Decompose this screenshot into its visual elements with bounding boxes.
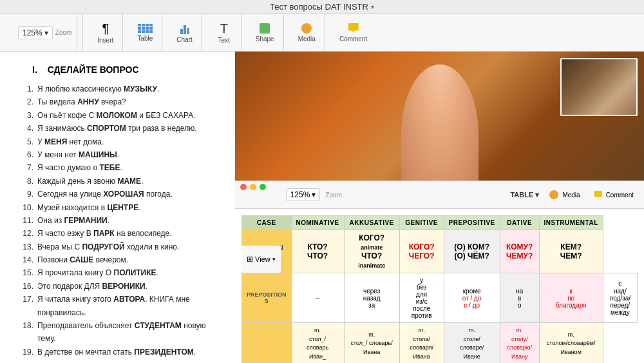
- table-group: Table: [128, 14, 162, 51]
- insert-label: Insert: [97, 37, 113, 44]
- list-item: 13. Вчера мы С ПОДРУГОЙ ходили в кино.: [19, 240, 216, 253]
- qw-nom: КТО?ЧТО?: [291, 230, 344, 273]
- qw-prep: (О) КОМ?(О) ЧЁМ?: [444, 230, 500, 273]
- zoom-value: 125%: [23, 28, 43, 37]
- col-akkusative: AKKUSATIVE: [344, 216, 399, 230]
- prep-gen2: кромеот / дос / до: [444, 273, 500, 323]
- insert-group: ¶ Insert: [88, 14, 123, 51]
- end-ins-m: m.столом/словарём/Иваном: [539, 323, 603, 364]
- view-button[interactable]: ⊞ View ▾: [242, 245, 281, 273]
- comment-icon: [348, 23, 359, 34]
- text-label: Text: [218, 37, 230, 44]
- zoom-label: Zoom: [55, 29, 72, 36]
- title-chevron-icon[interactable]: ▾: [371, 3, 374, 10]
- grammar-table-container: case NOMINATIVE AKKUSATIVE GENITIVE PREP…: [235, 209, 644, 363]
- right-panel: ⊞ View ▾ 125% ▾ Zoom TABLE ▾ Media: [235, 52, 644, 363]
- document-panel: I. СДЕЛАЙТЕ ВОПРОС 1. Я люблю классическ…: [0, 52, 235, 363]
- minimize-button[interactable]: [250, 184, 256, 190]
- end-akk-m: m.стол_/ словарь/Ивана: [344, 323, 399, 364]
- prep-ins: снад/под/за/перед/между: [603, 273, 637, 323]
- chart-label: Chart: [176, 36, 192, 43]
- paragraph-icon: ¶: [102, 22, 109, 35]
- close-button[interactable]: [240, 184, 247, 190]
- endings-label: endingsSingular: [242, 323, 292, 364]
- title-text: Тест вопросы DAT INSTR: [270, 2, 368, 12]
- panel-media-button[interactable]: Media: [545, 188, 583, 202]
- list-item: 6. У меня нет МАШИНЫ.: [19, 148, 216, 161]
- table-button[interactable]: Table: [133, 21, 156, 44]
- list-item: 14. Позвони САШЕ вечером.: [19, 253, 216, 266]
- thumbnail-video: [560, 58, 638, 116]
- prep-akk: черезназадза: [344, 273, 399, 323]
- text-icon: T: [220, 22, 228, 35]
- panel-toolbar: ⊞ View ▾ 125% ▾ Zoom TABLE ▾ Media: [235, 181, 644, 209]
- text-group: T Text: [207, 14, 242, 51]
- comment-label: Comment: [339, 35, 367, 43]
- insert-button[interactable]: ¶ Insert: [93, 19, 117, 46]
- panel-comment-label: Comment: [606, 191, 634, 199]
- media-button[interactable]: Media: [294, 21, 319, 45]
- document-title: Тест вопросы DAT INSTR ▾: [270, 2, 374, 12]
- table-chevron-icon[interactable]: ▾: [535, 191, 539, 199]
- chart-group: Chart: [167, 14, 202, 51]
- table-icon: [138, 24, 153, 33]
- chart-icon: [180, 23, 189, 34]
- col-instrumental: INSTRUMENTAL: [539, 216, 603, 230]
- qw-akk: КОГО? animateЧТО? inanimate: [344, 230, 399, 273]
- list-item: 12. Я часто езжу В ПАРК на велосипеде.: [19, 227, 216, 240]
- exercise-list: 1. Я люблю классическую МУЗЫКУ. 2. Ты ви…: [19, 83, 216, 358]
- media-group: Media: [289, 14, 325, 51]
- main-toolbar: 125% ▾ Zoom ¶ Insert Table: [0, 14, 644, 52]
- panel-comment-icon: [594, 191, 602, 199]
- end-nom-m: m.стол_/словарьИван_: [291, 323, 344, 364]
- view-icon: ⊞: [247, 255, 253, 264]
- chart-button[interactable]: Chart: [173, 20, 196, 46]
- qw-dat: КОМУ?ЧЕМУ?: [500, 230, 539, 273]
- list-item: 19. В детстве он мечтал стать ПРЕЗИДЕНТО…: [19, 346, 216, 358]
- shape-group: Shape: [247, 14, 284, 51]
- comment-button[interactable]: Comment: [336, 21, 371, 45]
- prepositions-label: PREPOSITIONS: [242, 273, 292, 323]
- col-nominative: NOMINATIVE: [291, 216, 344, 230]
- title-bar: Тест вопросы DAT INSTR ▾: [0, 0, 644, 14]
- qw-gen: КОГО?ЧЕГО?: [399, 230, 444, 273]
- list-item: 11. Она из ГЕРМАНИИ.: [19, 214, 216, 227]
- list-item: 5. У МЕНЯ нет дома.: [19, 135, 216, 148]
- list-item: 3. Он пьёт кофе С МОЛОКОМ и БЕЗ САХАРА.: [19, 109, 216, 122]
- qw-ins: КЕМ?ЧЕМ?: [539, 230, 603, 273]
- shape-label: Shape: [256, 35, 274, 43]
- panel-zoom-chevron-icon: ▾: [312, 190, 316, 199]
- table-label: Table: [137, 35, 153, 42]
- panel-toolbar-right: TABLE ▾ Media Comment: [510, 188, 638, 202]
- view-label: View: [255, 255, 270, 263]
- document-section-title: I. СДЕЛАЙТЕ ВОПРОС: [19, 64, 216, 75]
- prepositions-row: PREPOSITIONS – черезназадза убездляиз/сп…: [242, 273, 638, 323]
- prep-dat: кпоблагодаря: [539, 273, 603, 323]
- col-dative: DATIVE: [500, 216, 539, 230]
- prep-gen: убездляиз/спослепротив: [399, 273, 444, 323]
- list-item: 2. Ты видела АННУ вчера?: [19, 95, 216, 108]
- maximize-button[interactable]: [260, 184, 266, 190]
- endings-row: endingsSingular m.стол_/словарьИван_ m.с…: [242, 323, 638, 364]
- prep-prep: наво: [500, 273, 539, 323]
- panel-media-label: Media: [562, 191, 580, 199]
- shape-icon: [260, 23, 270, 34]
- list-item: 10. Музей находится в ЦЕНТРЕ.: [19, 201, 216, 214]
- comment-group: Comment: [330, 14, 376, 51]
- shape-button[interactable]: Shape: [252, 21, 278, 45]
- list-item: 7. Я часто думаю о ТЕБЕ.: [19, 161, 216, 174]
- panel-zoom-button[interactable]: 125% ▾: [286, 188, 321, 201]
- zoom-control[interactable]: 125% ▾ Zoom: [13, 14, 77, 51]
- panel-media-icon: [549, 190, 558, 199]
- list-item: 18. Преподаватель объясняет СТУДЕНТАМ но…: [19, 319, 216, 346]
- list-item: 15. Я прочитала книгу О ПОЛИТИКЕ.: [19, 266, 216, 279]
- zoom-button[interactable]: 125% ▾: [18, 26, 53, 39]
- list-item: 8. Каждый день я звоню МАМЕ.: [19, 175, 216, 188]
- view-chevron-icon: ▾: [272, 256, 276, 262]
- question-words-row: questionwords КТО?ЧТО? КОГО? animateЧТО?…: [242, 230, 638, 273]
- panel-comment-button[interactable]: Comment: [591, 188, 638, 201]
- text-button[interactable]: T Text: [213, 19, 236, 46]
- col-case: case: [242, 216, 292, 230]
- list-item: 9. Сегодня на улице ХОРОШАЯ погода.: [19, 188, 216, 201]
- list-item: 1. Я люблю классическую МУЗЫКУ.: [19, 83, 216, 95]
